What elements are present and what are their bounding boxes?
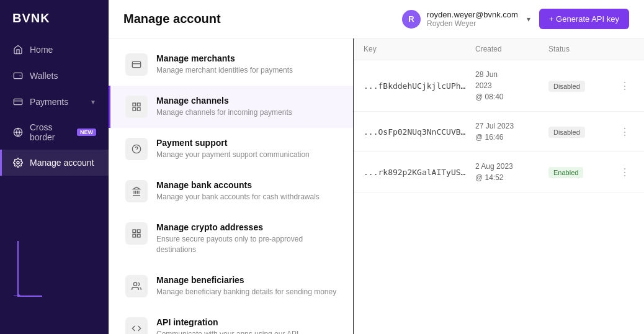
menu-item-manage-bank-accounts[interactable]: Manage bank accounts Manage your bank ac… xyxy=(109,170,353,212)
svg-rect-0 xyxy=(14,73,22,78)
svg-rect-5 xyxy=(132,61,140,67)
manage-bank-accounts-text: Manage bank accounts Manage your bank ac… xyxy=(156,180,320,202)
row-actions[interactable]: ⋮ xyxy=(615,79,634,93)
header: Manage account R royden.weyer@bvnk.com R… xyxy=(109,0,644,38)
crypto-icon xyxy=(125,222,148,245)
manage-crypto-addresses-desc: Ensure secure payouts only to pre-approv… xyxy=(156,234,338,255)
menu-item-manage-channels[interactable]: Manage channels Manage channels for inco… xyxy=(109,86,353,128)
row-actions[interactable]: ⋮ xyxy=(615,125,634,139)
user-details: royden.weyer@bvnk.com Royden Weyer xyxy=(427,10,518,28)
payment-support-title: Payment support xyxy=(156,138,310,148)
svg-rect-19 xyxy=(137,230,140,233)
manage-merchants-text: Manage merchants Manage merchant identit… xyxy=(156,53,293,76)
left-panel: Manage merchants Manage merchant identit… xyxy=(109,38,354,334)
header-right: R royden.weyer@bvnk.com Royden Weyer ▾ +… xyxy=(402,9,629,29)
sidebar-wallets-label: Wallets xyxy=(30,71,58,81)
manage-channels-text: Manage channels Manage channels for inco… xyxy=(156,96,292,118)
card-icon xyxy=(125,53,148,76)
menu-item-manage-beneficiaries[interactable]: Manage beneficiaries Manage beneficiary … xyxy=(109,265,353,307)
globe-icon xyxy=(12,127,24,138)
svg-rect-21 xyxy=(133,234,136,237)
row-actions[interactable]: ⋮ xyxy=(615,165,634,179)
manage-beneficiaries-desc: Manage beneficiary banking details for s… xyxy=(156,287,336,297)
svg-rect-8 xyxy=(137,107,140,111)
sidebar-item-payments[interactable]: Payments ▼ xyxy=(0,89,109,115)
payments-icon xyxy=(12,96,24,107)
user-email: royden.weyer@bvnk.com xyxy=(427,10,518,19)
api-key-value: ...fBkddehUCjkjlcUPh0Nt27QZPP5nEB xyxy=(364,81,470,91)
manage-beneficiaries-title: Manage beneficiaries xyxy=(156,275,336,285)
status-cell: Enabled xyxy=(548,166,610,178)
code-icon xyxy=(125,317,148,334)
status-cell: Disabled xyxy=(548,80,610,92)
sidebar-payments-label: Payments xyxy=(30,97,68,107)
main-content: Manage account R royden.weyer@bvnk.com R… xyxy=(109,0,644,334)
manage-merchants-desc: Manage merchant identities for payments xyxy=(156,65,293,76)
svg-point-22 xyxy=(133,282,136,286)
svg-rect-6 xyxy=(133,103,136,106)
svg-rect-7 xyxy=(137,103,140,106)
new-badge: NEW xyxy=(77,129,96,136)
api-key-value: ...OsFp02NUq3NnCCUVB8wBVZLQvUlIMYJ xyxy=(364,127,470,137)
manage-merchants-title: Manage merchants xyxy=(156,53,293,63)
sidebar-cross-border-label: Cross border xyxy=(30,122,68,142)
wallet-icon xyxy=(12,70,24,81)
people-icon xyxy=(125,275,148,297)
menu-item-manage-crypto-addresses[interactable]: Manage crypto addresses Ensure secure pa… xyxy=(109,212,353,265)
user-name: Royden Weyer xyxy=(427,19,518,28)
column-header-actions xyxy=(615,45,634,53)
created-date: 2 Aug 2023 @ 14:52 xyxy=(475,161,543,183)
column-header-key: Key xyxy=(364,45,470,53)
column-header-status: Status xyxy=(548,45,610,53)
table-row: ...rk892p2KGalAITyUS53DlyYNJlgaUl 2 Aug … xyxy=(354,152,644,192)
sidebar-item-home[interactable]: Home xyxy=(0,37,109,63)
manage-channels-desc: Manage channels for incoming payments xyxy=(156,107,292,118)
svg-rect-18 xyxy=(133,230,136,233)
status-cell: Disabled xyxy=(548,126,610,138)
arrow-right-icon: → xyxy=(11,289,22,302)
help-icon xyxy=(125,138,148,160)
more-options-button[interactable]: ⋮ xyxy=(617,165,632,179)
status-badge: Disabled xyxy=(548,127,585,138)
api-key-value: ...rk892p2KGalAITyUS53DlyYNJlgaUl xyxy=(364,168,470,177)
content-area: Manage merchants Manage merchant identit… xyxy=(109,38,644,334)
payment-support-text: Payment support Manage your payment supp… xyxy=(156,138,310,160)
manage-bank-accounts-desc: Manage your bank accounts for cash withd… xyxy=(156,192,320,202)
status-badge: Disabled xyxy=(548,81,585,92)
logo: BVNK xyxy=(0,0,109,37)
sidebar-item-wallets[interactable]: Wallets xyxy=(0,63,109,89)
svg-rect-9 xyxy=(133,107,136,111)
api-integration-title: API integration xyxy=(156,317,298,327)
status-badge: Enabled xyxy=(548,167,583,178)
svg-rect-20 xyxy=(137,234,140,237)
settings-icon xyxy=(12,157,24,168)
home-icon xyxy=(12,44,24,55)
page-title: Manage account xyxy=(123,12,221,26)
manage-beneficiaries-text: Manage beneficiaries Manage beneficiary … xyxy=(156,275,336,297)
more-options-button[interactable]: ⋮ xyxy=(617,125,632,139)
api-integration-text: API integration Communicate with your ap… xyxy=(156,317,298,334)
sidebar-item-manage-account[interactable]: Manage account xyxy=(0,150,109,176)
sidebar-manage-account-label: Manage account xyxy=(30,158,94,168)
more-options-button[interactable]: ⋮ xyxy=(617,79,632,93)
table-row: ...OsFp02NUq3NnCCUVB8wBVZLQvUlIMYJ 27 Ju… xyxy=(354,112,644,152)
created-date: 28 Jun 2023 @ 08:40 xyxy=(475,69,543,102)
column-header-created: Created xyxy=(475,45,543,53)
sidebar-item-cross-border[interactable]: Cross border NEW xyxy=(0,115,109,150)
svg-point-4 xyxy=(17,161,19,164)
manage-bank-accounts-title: Manage bank accounts xyxy=(156,180,320,190)
menu-item-payment-support[interactable]: Payment support Manage your payment supp… xyxy=(109,128,353,170)
payment-support-desc: Manage your payment support communicatio… xyxy=(156,150,310,160)
chevron-down-icon: ▼ xyxy=(90,99,96,106)
manage-crypto-addresses-title: Manage crypto addresses xyxy=(156,222,338,232)
generate-api-key-button[interactable]: + Generate API key xyxy=(539,9,629,29)
created-date: 27 Jul 2023 @ 16:46 xyxy=(475,120,543,143)
sidebar-home-label: Home xyxy=(30,45,53,55)
user-info[interactable]: R royden.weyer@bvnk.com Royden Weyer ▾ xyxy=(402,10,530,29)
menu-item-manage-merchants[interactable]: Manage merchants Manage merchant identit… xyxy=(109,43,353,86)
menu-item-api-integration[interactable]: API integration Communicate with your ap… xyxy=(109,307,353,334)
sidebar: BVNK Home Wallets Payments ▼ Cross b xyxy=(0,0,109,334)
bank-icon xyxy=(125,180,148,202)
manage-channels-title: Manage channels xyxy=(156,96,292,106)
chevron-down-icon: ▾ xyxy=(527,15,530,24)
